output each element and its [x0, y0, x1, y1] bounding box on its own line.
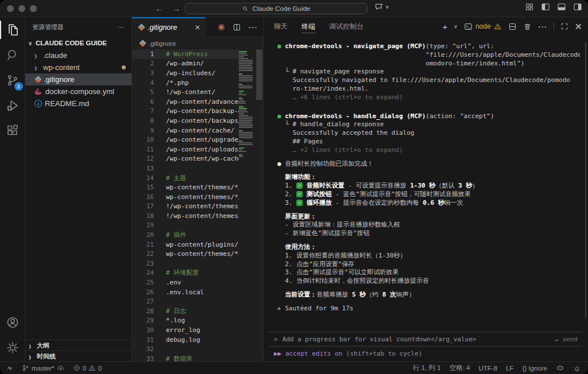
- toggle-secondary-sidebar-icon[interactable]: [573, 2, 582, 11]
- code-line[interactable]: 19: [132, 221, 239, 231]
- code-line[interactable]: 11/wp-content/uploads/: [132, 145, 239, 154]
- claude-mode-line[interactable]: ▶▶ accept edits on (shift+tab to cycle): [274, 350, 422, 357]
- code-line[interactable]: 14# 主题: [132, 173, 239, 183]
- tab-gitignore[interactable]: .gitignore ✕: [132, 17, 206, 37]
- panel-tab-调试控制台[interactable]: 调试控制台: [329, 17, 363, 36]
- code-line[interactable]: 17!/wp-content/themes/: [132, 202, 239, 212]
- code-line[interactable]: 6/wp-content/advanced: [132, 97, 239, 107]
- send-hint[interactable]: ↵ send: [555, 336, 578, 343]
- terminal-output[interactable]: ● chrome-devtools - navigate_page (MCP)(…: [277, 42, 580, 317]
- language-mode[interactable]: {} Ignore: [523, 365, 547, 372]
- code-line[interactable]: 12/wp-content/wp-cache: [132, 154, 239, 164]
- panel-tab-终端[interactable]: 终端: [301, 17, 315, 36]
- claude-starburst-icon[interactable]: [217, 23, 226, 32]
- problems-status[interactable]: 0 0: [73, 364, 102, 372]
- close-window-button[interactable]: [7, 5, 14, 12]
- code-line[interactable]: 1# WordPress: [132, 49, 239, 59]
- minimize-window-button[interactable]: [18, 5, 25, 12]
- terminal-instance-node[interactable]: node: [464, 22, 502, 31]
- code-line[interactable]: 23: [132, 259, 239, 268]
- customize-layout-icon[interactable]: [525, 2, 534, 11]
- sidebar-section-大纲[interactable]: ›大纲: [25, 340, 131, 350]
- toggle-sidebar-icon[interactable]: [541, 2, 550, 11]
- git-branch-status[interactable]: master*: [22, 364, 65, 372]
- code-line[interactable]: 13: [132, 163, 239, 173]
- minimap[interactable]: [239, 49, 255, 361]
- workspace-root-folder[interactable]: ∨ CLAUDE CODE GUIDE: [25, 37, 131, 49]
- encoding[interactable]: UTF-8: [479, 365, 498, 372]
- code-line[interactable]: 33# 数据库: [132, 354, 239, 361]
- code-line[interactable]: 15wp-content/themes/*/: [132, 182, 239, 192]
- zoom-window-button[interactable]: [30, 5, 37, 12]
- split-editor-icon[interactable]: [233, 23, 241, 32]
- new-terminal-icon[interactable]: +: [443, 22, 448, 32]
- code-line[interactable]: 5!/wp-content/: [132, 87, 239, 97]
- terminal-line: └ # handle_dialog response: [277, 120, 580, 129]
- sidebar-item-run-debug[interactable]: [0, 93, 25, 118]
- code-line[interactable]: 9/wp-content/cache/: [132, 126, 239, 135]
- code-line[interactable]: 7/wp-content/backup-d: [132, 107, 239, 116]
- close-panel-icon[interactable]: ✕: [575, 21, 582, 32]
- code-line[interactable]: 26.env.local: [132, 287, 239, 297]
- forward-icon[interactable]: →: [172, 4, 180, 13]
- code-line[interactable]: 29*.log: [132, 316, 239, 326]
- code-line[interactable]: 8/wp-content/backups/: [132, 116, 239, 126]
- code-line[interactable]: 10/wp-content/upgrade/: [132, 135, 239, 145]
- sidebar-item-search[interactable]: [0, 42, 25, 68]
- kill-terminal-trash-icon[interactable]: [523, 22, 532, 31]
- code-line[interactable]: 3/wp-includes/: [132, 68, 239, 78]
- sidebar-section-时间线[interactable]: ›时间线: [25, 350, 131, 361]
- editor-more-actions-icon[interactable]: ⋯: [248, 22, 257, 33]
- back-icon[interactable]: ←: [155, 4, 163, 13]
- chevron-down-icon[interactable]: ∨: [454, 24, 458, 29]
- code-line[interactable]: 4/*.php: [132, 78, 239, 88]
- sidebar-item-source-control[interactable]: 3: [0, 68, 25, 93]
- eol-sequence[interactable]: LF: [506, 365, 513, 372]
- line-content: /wp-admin/: [166, 60, 204, 67]
- code-line[interactable]: 22wp-content/themes/*/: [132, 249, 239, 259]
- accounts-button[interactable]: [0, 310, 25, 335]
- editor-scrollbar[interactable]: [256, 49, 262, 100]
- panel-tab-聊天[interactable]: 聊天: [274, 17, 288, 36]
- code-line[interactable]: 30error_log: [132, 325, 239, 335]
- claude-input-box[interactable]: > Add a progress bar for visual countdow…: [269, 332, 582, 346]
- claude-input-value[interactable]: Add a progress bar for visual countdown<…: [283, 336, 477, 343]
- code-line[interactable]: 25.env: [132, 278, 239, 287]
- cursor-position[interactable]: 行 1, 列 1: [413, 364, 441, 372]
- code-line[interactable]: 2/wp-admin/: [132, 59, 239, 69]
- remote-indicator[interactable]: [6, 364, 14, 372]
- code-line[interactable]: 16wp-content/themes/*/: [132, 192, 239, 202]
- tree-item-docker-compose-yml[interactable]: docker-compose.yml: [25, 85, 131, 98]
- notifications-bell[interactable]: [573, 364, 581, 372]
- minimap-line: [239, 54, 248, 56]
- maximize-panel-icon[interactable]: [560, 22, 568, 30]
- copilot-status[interactable]: [556, 364, 564, 372]
- code-line[interactable]: 31debug.log: [132, 335, 239, 345]
- sidebar-item-explorer[interactable]: [0, 17, 25, 42]
- close-tab-icon[interactable]: ✕: [195, 24, 200, 32]
- tree-item-readme-md[interactable]: iREADME.md: [25, 98, 131, 110]
- toggle-panel-icon[interactable]: [557, 2, 566, 11]
- breadcrumb[interactable]: .gitignore: [132, 37, 263, 49]
- panel-more-actions-icon[interactable]: ⋯: [538, 21, 547, 32]
- terminal-scrollbar[interactable]: [585, 42, 586, 318]
- traffic-lights[interactable]: [7, 5, 37, 12]
- sidebar-item-extensions[interactable]: [0, 118, 25, 143]
- explorer-more-actions-icon[interactable]: ⋯: [118, 24, 125, 31]
- code-line[interactable]: 27: [132, 297, 239, 306]
- code-line[interactable]: 18!/wp-content/themes/: [132, 211, 239, 221]
- code-line[interactable]: 28# 日志: [132, 306, 239, 316]
- tree-item--claude[interactable]: ›.claude: [25, 49, 131, 61]
- indentation[interactable]: 空格: 4: [450, 364, 470, 372]
- split-terminal-icon[interactable]: [508, 22, 517, 31]
- tree-item--gitignore[interactable]: .gitignore: [25, 73, 131, 85]
- code-line[interactable]: 21wp-content/plugins/: [132, 240, 239, 250]
- settings-button[interactable]: [0, 335, 25, 360]
- chat-button[interactable]: ∨: [374, 2, 389, 11]
- tree-item-wp-content[interactable]: ›wp-content: [25, 61, 131, 73]
- code-line[interactable]: 32: [132, 344, 239, 354]
- code-line[interactable]: 20# 插件: [132, 230, 239, 240]
- code-editor[interactable]: 1# WordPress2/wp-admin/3/wp-includes/4/*…: [132, 49, 239, 361]
- code-line[interactable]: 24# 环境配置: [132, 268, 239, 278]
- command-center-search[interactable]: Claude Code Guide: [185, 3, 368, 14]
